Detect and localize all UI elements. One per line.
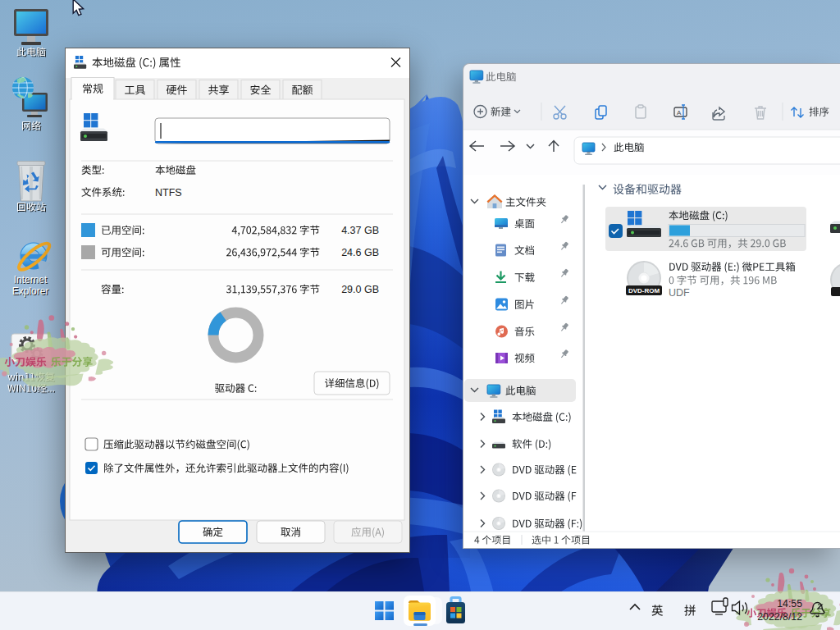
svg-text:2022/8/12: 2022/8/12 bbox=[757, 611, 802, 623]
svg-text:14:55: 14:55 bbox=[777, 598, 802, 609]
svg-text:A: A bbox=[677, 109, 682, 116]
svg-text:Internet: Internet bbox=[14, 274, 48, 285]
svg-text:29.0 GB: 29.0 GB bbox=[341, 284, 379, 295]
svg-text:24.6 GB: 24.6 GB bbox=[341, 247, 379, 258]
svg-text:4.37 GB: 4.37 GB bbox=[341, 225, 379, 236]
svg-text:NTFS: NTFS bbox=[155, 187, 182, 199]
svg-text:DVD-ROM: DVD-ROM bbox=[628, 287, 660, 294]
svg-text:UDF: UDF bbox=[669, 287, 690, 299]
